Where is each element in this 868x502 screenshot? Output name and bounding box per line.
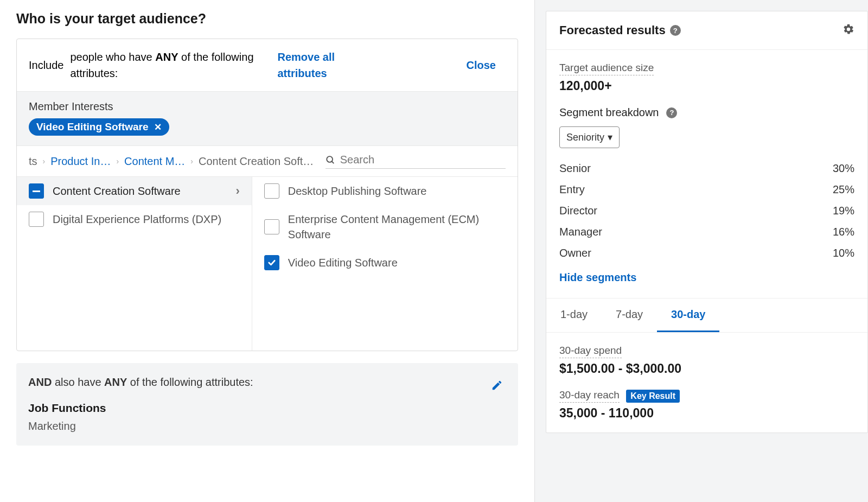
help-icon[interactable]: ? bbox=[666, 107, 677, 118]
crumb-product[interactable]: Product In… bbox=[50, 155, 111, 168]
segment-value: 25% bbox=[833, 183, 854, 196]
forecasted-results-card: Forecasted results ? Target audience siz… bbox=[546, 11, 868, 433]
segment-row: Senior30% bbox=[559, 158, 854, 179]
category-dxp[interactable]: Digital Experience Platforms (DXP) bbox=[17, 205, 252, 233]
and-attributes-block: AND also have ANY of the following attri… bbox=[16, 363, 518, 446]
include-desc-prefix: people who have bbox=[71, 51, 156, 63]
chevron-right-icon: › bbox=[190, 157, 193, 166]
job-functions-title: Job Functions bbox=[28, 402, 506, 415]
segment-breakdown-title: Segment breakdown ? bbox=[559, 106, 854, 119]
crumb-current: Content Creation Soft… bbox=[199, 155, 314, 168]
segment-name: Manager bbox=[559, 226, 602, 238]
include-label: Include bbox=[29, 59, 64, 72]
include-description: people who have ANY of the following att… bbox=[71, 49, 271, 81]
option-desktop-publishing[interactable]: Desktop Publishing Software bbox=[252, 177, 518, 205]
and-bold: AND bbox=[28, 376, 52, 388]
tab-30-day[interactable]: 30-day bbox=[657, 298, 719, 332]
and-suffix: of the following attributes: bbox=[127, 376, 253, 388]
segment-value: 10% bbox=[833, 247, 854, 259]
category-label: Content Creation Software bbox=[53, 183, 227, 199]
hide-segments-button[interactable]: Hide segments bbox=[559, 271, 636, 284]
seniority-dropdown[interactable]: Seniority ▾ bbox=[559, 126, 620, 148]
checked-checkbox-icon[interactable] bbox=[264, 255, 279, 270]
target-audience-value: 120,000+ bbox=[559, 79, 854, 93]
and-mid: also have bbox=[52, 376, 104, 388]
chevron-right-icon: › bbox=[235, 184, 239, 198]
option-label: Enterprise Content Management (ECM) Soft… bbox=[288, 212, 506, 242]
segment-row: Entry25% bbox=[559, 179, 854, 200]
segment-value: 30% bbox=[833, 162, 854, 175]
crumb-root: ts bbox=[29, 155, 37, 168]
chevron-right-icon: › bbox=[116, 157, 119, 166]
member-interests-title: Member Interests bbox=[29, 100, 506, 113]
unchecked-checkbox-icon[interactable] bbox=[264, 219, 279, 234]
option-label: Video Editing Software bbox=[288, 255, 506, 270]
close-button[interactable]: Close bbox=[467, 59, 496, 72]
spend-label: 30-day spend bbox=[559, 345, 622, 358]
spend-value: $1,500.00 - $3,000.00 bbox=[559, 361, 854, 376]
indeterminate-checkbox-icon[interactable] bbox=[29, 183, 44, 199]
job-functions-value: Marketing bbox=[28, 420, 506, 433]
interest-pill-label: Video Editing Software bbox=[36, 121, 149, 133]
key-result-badge: Key Result bbox=[626, 390, 680, 403]
gear-icon[interactable] bbox=[843, 23, 854, 37]
subcategory-column: Desktop Publishing Software Enterprise C… bbox=[252, 177, 518, 351]
remove-all-attributes-button[interactable]: Remove all attributes bbox=[278, 49, 359, 81]
option-label: Desktop Publishing Software bbox=[288, 183, 506, 199]
page-heading: Who is your target audience? bbox=[16, 11, 518, 27]
unchecked-checkbox-icon[interactable] bbox=[264, 183, 279, 199]
member-interests-block: Member Interests Video Editing Software … bbox=[17, 91, 518, 146]
remove-pill-icon[interactable]: ✕ bbox=[154, 122, 162, 133]
segment-breakdown-label: Segment breakdown bbox=[559, 106, 659, 119]
segment-name: Owner bbox=[559, 247, 591, 259]
chevron-right-icon: › bbox=[43, 157, 46, 166]
and-description: AND also have ANY of the following attri… bbox=[28, 376, 506, 389]
category-content-creation[interactable]: Content Creation Software › bbox=[17, 177, 252, 205]
breadcrumb: ts › Product In… › Content M… › Content … bbox=[17, 146, 518, 177]
crumb-content-m[interactable]: Content M… bbox=[124, 155, 185, 168]
edit-icon[interactable] bbox=[491, 379, 503, 393]
svg-line-1 bbox=[332, 161, 334, 163]
help-icon[interactable]: ? bbox=[670, 25, 681, 36]
forecast-title: Forecasted results bbox=[559, 23, 666, 37]
segment-row: Owner10% bbox=[559, 243, 854, 264]
include-desc-bold: ANY bbox=[155, 51, 178, 63]
forecast-tabs: 1-day 7-day 30-day bbox=[546, 298, 867, 333]
dropdown-label: Seniority bbox=[566, 132, 604, 143]
search-field[interactable] bbox=[326, 154, 506, 169]
segment-row: Director19% bbox=[559, 200, 854, 221]
caret-down-icon: ▾ bbox=[608, 131, 612, 143]
svg-point-0 bbox=[327, 156, 333, 162]
tab-1-day[interactable]: 1-day bbox=[546, 298, 602, 332]
category-label: Digital Experience Platforms (DXP) bbox=[53, 212, 240, 227]
segment-row: Manager16% bbox=[559, 221, 854, 243]
audience-card: Include people who have ANY of the follo… bbox=[16, 39, 518, 351]
search-input[interactable] bbox=[340, 154, 506, 166]
search-icon bbox=[326, 155, 335, 166]
target-audience-label: Target audience size bbox=[559, 62, 654, 75]
option-video-editing[interactable]: Video Editing Software bbox=[252, 249, 518, 277]
any-bold: ANY bbox=[104, 376, 127, 388]
segment-value: 16% bbox=[833, 226, 854, 238]
unchecked-checkbox-icon[interactable] bbox=[29, 212, 44, 227]
interest-pill[interactable]: Video Editing Software ✕ bbox=[29, 118, 169, 136]
segment-name: Senior bbox=[559, 162, 591, 175]
segment-value: 19% bbox=[833, 205, 854, 217]
segment-name: Director bbox=[559, 205, 597, 217]
category-column: Content Creation Software › Digital Expe… bbox=[17, 177, 252, 351]
tab-7-day[interactable]: 7-day bbox=[602, 298, 657, 332]
segment-name: Entry bbox=[559, 183, 585, 196]
reach-value: 35,000 - 110,000 bbox=[559, 406, 854, 421]
option-ecm[interactable]: Enterprise Content Management (ECM) Soft… bbox=[252, 205, 518, 249]
reach-label: 30-day reach bbox=[559, 389, 620, 403]
